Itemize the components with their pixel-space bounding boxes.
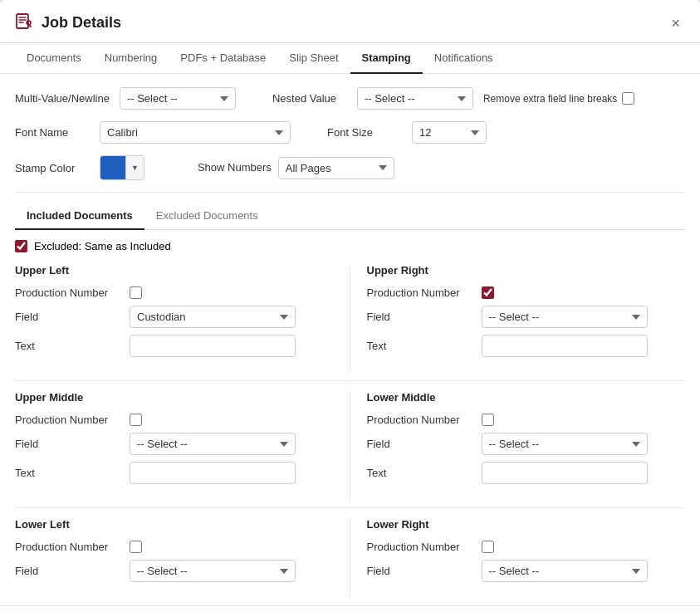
color-swatch [100, 155, 125, 180]
upper-right-text-label: Text [367, 340, 475, 352]
remove-linebreaks-checkbox[interactable] [622, 92, 634, 105]
lower-right-section: Lower Right Production Number Field -- S… [350, 518, 686, 599]
divider-3 [15, 507, 685, 508]
tab-documents[interactable]: Documents [15, 43, 93, 74]
row-stamp-color: Stamp Color ▼ Show Numbers All Pages Fir… [15, 155, 685, 180]
tab-bar: Documents Numbering PDFs + Database Slip… [0, 43, 700, 74]
stamp-lower-grid: Lower Left Production Number Field -- Se… [15, 518, 685, 599]
upper-right-text-row: Text [367, 335, 686, 357]
upper-right-field-label: Field [367, 311, 475, 323]
stamp-color-label: Stamp Color [15, 162, 90, 174]
lower-right-field-row: Field -- Select -- Custodian Date [367, 560, 686, 582]
lower-left-field-row: Field -- Select -- Custodian Date [15, 560, 333, 582]
upper-right-section: Upper Right Production Number Field -- S… [350, 264, 686, 374]
lower-middle-text-label: Text [367, 467, 475, 479]
font-size-select[interactable]: 8 9 10 11 12 14 16 18 [412, 121, 487, 144]
font-name-label: Font Name [15, 126, 90, 139]
job-details-modal: Job Details × Documents Numbering PDFs +… [0, 0, 700, 612]
lower-middle-field-row: Field -- Select -- Custodian Date [367, 433, 686, 455]
upper-middle-field-label: Field [15, 438, 123, 450]
multi-value-label: Multi-Value/Newline [15, 92, 110, 105]
lower-left-prod-row: Production Number [15, 541, 333, 553]
upper-left-field-select[interactable]: -- Select -- Custodian Date Author Subje… [130, 306, 296, 328]
upper-right-prod-label: Production Number [367, 286, 475, 299]
lower-left-prod-label: Production Number [15, 541, 123, 553]
upper-right-field-select[interactable]: -- Select -- Custodian Date Author [482, 306, 648, 328]
modal-header: Job Details × [0, 0, 700, 43]
nested-value-select[interactable]: -- Select -- Option 1 Option 2 [357, 87, 473, 110]
lower-middle-text-input[interactable] [482, 462, 648, 484]
lower-middle-field-label: Field [367, 438, 475, 450]
upper-middle-text-row: Text [15, 462, 333, 484]
modal-footer: Cancel SAVE AS NEW [0, 605, 700, 612]
lower-middle-prod-checkbox[interactable] [482, 414, 494, 426]
row-font: Font Name Calibri Arial Times New Roman … [15, 121, 685, 144]
section-tab-included[interactable]: Included Documents [15, 203, 144, 230]
upper-middle-section: Upper Middle Production Number Field -- … [15, 391, 350, 501]
lower-right-prod-label: Production Number [367, 541, 475, 553]
modal-body: Multi-Value/Newline -- Select -- Comma S… [0, 74, 700, 605]
lower-left-field-select[interactable]: -- Select -- Custodian Date [130, 560, 296, 582]
stamp-sections-grid: Upper Left Production Number Field -- Se… [15, 264, 685, 374]
tab-stamping[interactable]: Stamping [350, 43, 423, 74]
upper-middle-text-label: Text [15, 467, 123, 479]
upper-right-prod-checkbox[interactable] [482, 286, 494, 299]
lower-middle-title: Lower Middle [367, 391, 686, 407]
show-numbers-select[interactable]: All Pages First Page Only No Pages [278, 157, 394, 179]
color-arrow-icon: ▼ [125, 156, 144, 179]
lower-middle-prod-row: Production Number [367, 414, 686, 426]
tab-pdfs-database[interactable]: PDFs + Database [169, 43, 277, 74]
lower-right-title: Lower Right [367, 518, 686, 534]
excluded-same-label: Excluded: Same as Included [34, 240, 171, 252]
lower-left-prod-checkbox[interactable] [130, 541, 142, 553]
upper-middle-title: Upper Middle [15, 391, 333, 407]
lower-left-title: Lower Left [15, 518, 333, 534]
excluded-same-checkbox[interactable] [15, 240, 27, 252]
lower-middle-field-select[interactable]: -- Select -- Custodian Date [482, 433, 648, 455]
divider-1 [15, 192, 685, 193]
upper-left-prod-checkbox[interactable] [130, 286, 142, 299]
excluded-same-row: Excluded: Same as Included [15, 240, 685, 252]
divider-2 [15, 380, 685, 381]
lower-middle-text-row: Text [367, 462, 686, 484]
upper-left-text-row: Text [15, 335, 333, 357]
upper-left-title: Upper Left [15, 264, 333, 280]
upper-left-prod-label: Production Number [15, 286, 123, 299]
lower-right-field-label: Field [367, 565, 475, 577]
upper-middle-field-select[interactable]: -- Select -- Custodian Date [130, 433, 296, 455]
color-picker-button[interactable]: ▼ [100, 155, 144, 180]
modal-title: Job Details [42, 14, 121, 32]
stamp-middle-grid: Upper Middle Production Number Field -- … [15, 391, 685, 501]
lower-right-prod-checkbox[interactable] [482, 541, 494, 553]
section-tab-bar: Included Documents Excluded Documents [15, 203, 685, 230]
nested-value-label: Nested Value [272, 92, 347, 105]
upper-middle-prod-checkbox[interactable] [130, 414, 142, 426]
svg-rect-0 [17, 14, 28, 28]
lower-left-section: Lower Left Production Number Field -- Se… [15, 518, 350, 599]
remove-linebreaks-label[interactable]: Remove extra field line breaks [483, 92, 634, 105]
tab-numbering[interactable]: Numbering [93, 43, 169, 74]
lower-right-prod-row: Production Number [367, 541, 686, 553]
lower-left-field-label: Field [15, 565, 123, 577]
upper-left-text-label: Text [15, 340, 123, 352]
upper-middle-text-input[interactable] [130, 462, 296, 484]
font-name-select[interactable]: Calibri Arial Times New Roman Courier Ne… [100, 121, 291, 144]
lower-middle-prod-label: Production Number [367, 414, 475, 426]
upper-left-text-input[interactable] [130, 335, 296, 357]
upper-left-section: Upper Left Production Number Field -- Se… [15, 264, 350, 374]
tab-notifications[interactable]: Notifications [423, 43, 505, 74]
show-numbers-label: Show Numbers [198, 161, 272, 175]
lower-middle-section: Lower Middle Production Number Field -- … [350, 391, 686, 501]
close-button[interactable]: × [666, 14, 685, 32]
upper-right-text-input[interactable] [482, 335, 648, 357]
tab-slip-sheet[interactable]: Slip Sheet [277, 43, 350, 74]
section-tab-excluded[interactable]: Excluded Documents [144, 203, 270, 230]
upper-left-field-label: Field [15, 311, 123, 323]
upper-middle-prod-row: Production Number [15, 414, 333, 426]
remove-linebreaks-text: Remove extra field line breaks [483, 93, 617, 105]
lower-right-field-select[interactable]: -- Select -- Custodian Date [482, 560, 648, 582]
multi-value-select[interactable]: -- Select -- Comma Semicolon Newline [120, 87, 236, 110]
upper-right-field-row: Field -- Select -- Custodian Date Author [367, 306, 686, 328]
upper-right-prod-number-row: Production Number [367, 286, 686, 299]
upper-left-field-row: Field -- Select -- Custodian Date Author… [15, 306, 333, 328]
